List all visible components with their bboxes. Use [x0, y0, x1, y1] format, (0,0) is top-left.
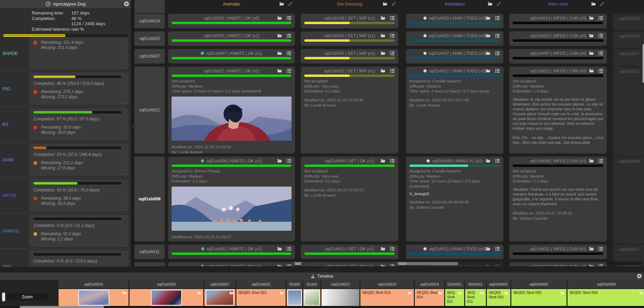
folder-icon[interactable]: [589, 51, 594, 56]
folder-icon[interactable]: [485, 264, 491, 266]
shot-card[interactable]: sq01sh019 | ANIM | TODO (v0): [406, 14, 503, 28]
shot-card[interactable]: sq01sh022 | ANMTC | OK (v1)Not assignedD…: [168, 67, 295, 153]
shot-card[interactable]: sq01sh022 | SET | WIP (v1)Not assignedDi…: [301, 67, 398, 153]
timeline-hscrollbar-thumb[interactable]: [20, 306, 104, 308]
shot-card[interactable]: sq01sh007 | SET | WIP (v1): [301, 49, 398, 63]
department-label[interactable]: BS: [0, 107, 29, 142]
folder-icon[interactable]: [485, 246, 491, 251]
department-label[interactable]: SHADE: [0, 36, 29, 71]
folder-icon[interactable]: [485, 68, 491, 73]
pencil-icon[interactable]: [496, 1, 501, 7]
shot-card[interactable]: sq01sh007 | INFOS | CAN (v0): [509, 49, 607, 63]
row-label-sq01sh012[interactable]: sq01sh012: [134, 262, 165, 266]
row-label-sq01sh020[interactable]: sq01sh020: [134, 31, 165, 46]
folder-icon[interactable]: [277, 33, 282, 38]
shot-card[interactable]: sq01sh019 | SET | WIP (v1): [301, 14, 398, 28]
timeline-shot-cell[interactable]: [204, 289, 235, 306]
list-icon[interactable]: [598, 158, 603, 163]
list-icon[interactable]: [286, 264, 292, 266]
list-icon[interactable]: [598, 264, 603, 266]
timeline-shot-cell[interactable]: [287, 289, 302, 306]
shot-card[interactable]: sq01sh007 | ANMTC | OK (v1): [168, 49, 295, 63]
row-label-sq01sh019[interactable]: sq01sh019: [134, 14, 165, 28]
more-ellipsis[interactable]: ...: [121, 135, 125, 140]
list-icon[interactable]: [390, 264, 395, 266]
timeline-shot-cell[interactable]: SEQ02 Shot 001: [487, 289, 510, 306]
shot-card[interactable]: sq01sh020 | ANIM | TODO (v0): [406, 31, 503, 46]
shot-card[interactable]: sq01sh011 | INFOS | CAN (v0): [509, 245, 607, 259]
more-ellipsis[interactable]: ...: [287, 148, 292, 153]
folder-icon[interactable]: [438, 291, 442, 295]
folder-icon[interactable]: [382, 1, 388, 7]
folder-icon[interactable]: [197, 291, 202, 295]
list-icon[interactable]: [598, 33, 603, 38]
folder-icon[interactable]: [589, 158, 594, 163]
folder-icon[interactable]: [279, 291, 284, 295]
list-icon[interactable]: [286, 33, 292, 38]
folder-icon[interactable]: [589, 33, 594, 38]
list-icon[interactable]: [390, 33, 395, 38]
department-label[interactable]: ANIM: [0, 142, 29, 177]
column-header-set-dressing[interactable]: Set Dressing: [301, 0, 398, 13]
list-icon[interactable]: [495, 68, 500, 73]
department-stats-box[interactable]: Completion: 0 % (0.0 / 51.2 days)Remaini…: [29, 215, 129, 247]
department-stats-box[interactable]: Completion: 50 % (39.5 / 79.0 days)Remai…: [29, 179, 129, 211]
folder-icon[interactable]: [380, 51, 386, 56]
folder-icon[interactable]: [589, 16, 594, 21]
shot-card[interactable]: sq01sh008 | INFOS | CAN (v0)Not assigned…: [509, 157, 607, 241]
list-icon[interactable]: [286, 68, 292, 73]
more-ellipsis[interactable]: ...: [121, 171, 125, 176]
timeline-shot-cell[interactable]: SEQ01 Shot 013: [360, 289, 414, 306]
folder-icon[interactable]: [639, 291, 644, 295]
folder-icon[interactable]: [277, 264, 282, 266]
more-ellipsis[interactable]: ...: [287, 236, 292, 241]
folder-icon[interactable]: [229, 291, 234, 295]
more-ellipsis[interactable]: ...: [121, 206, 125, 211]
zoom-button[interactable]: Zoom: [7, 293, 48, 301]
list-icon[interactable]: [598, 16, 603, 21]
shot-card[interactable]: sq01sh012 | ANIM | NO (v1): [406, 262, 503, 266]
list-icon[interactable]: [598, 68, 603, 73]
department-label[interactable]: RIG: [0, 71, 29, 106]
department-label[interactable]: ANIM2D: [0, 213, 29, 248]
folder-icon[interactable]: [485, 33, 491, 38]
shot-card[interactable]: sq01sh012 | INFOS | CAN (v0): [509, 262, 607, 266]
card-thumbnail[interactable]: [172, 187, 292, 231]
department-stats-box[interactable]: Completion: 0 % (0.0 / 315.0 days)Remain…: [29, 250, 129, 267]
folder-icon[interactable]: [485, 16, 491, 21]
list-icon[interactable]: [286, 246, 292, 251]
shot-card[interactable]: sq01sh020 | ANMTC | OK (v2): [168, 31, 295, 46]
folder-icon[interactable]: [380, 158, 386, 163]
folder-icon[interactable]: [591, 1, 596, 7]
timeline-shot-cell[interactable]: SEQ01 Shot 022: [236, 289, 286, 306]
list-icon[interactable]: [495, 33, 500, 38]
shot-card[interactable]: sq01sh020 | INFOS | CAN (v0): [509, 31, 607, 46]
more-ellipsis[interactable]: ...: [599, 148, 603, 153]
list-icon[interactable]: [495, 158, 500, 163]
folder-icon[interactable]: [380, 264, 386, 266]
shot-card[interactable]: sq01sh019 | ANMTC | OK (v0): [168, 14, 295, 28]
folder-icon[interactable]: [485, 158, 491, 163]
more-ellipsis[interactable]: ...: [121, 64, 125, 69]
list-icon[interactable]: [390, 16, 395, 21]
folder-icon[interactable]: [277, 246, 282, 251]
list-icon[interactable]: [598, 246, 603, 251]
folder-icon[interactable]: [589, 246, 594, 251]
shot-card[interactable]: sq01sh007 | ANIM | TODO (v0): [406, 49, 503, 63]
folder-icon[interactable]: [408, 291, 412, 295]
shot-card[interactable]: sq01sh011 | SET | OK (v1): [301, 245, 398, 259]
folder-icon[interactable]: [279, 1, 284, 7]
folder-icon[interactable]: [277, 68, 282, 73]
list-icon[interactable]: [286, 16, 292, 21]
shot-card[interactable]: sq01sh019 | INFOS | CAN (v0): [509, 14, 607, 28]
column-header-animation[interactable]: Animation: [406, 0, 503, 13]
list-icon[interactable]: [495, 51, 500, 56]
folder-icon[interactable]: [488, 1, 493, 7]
row-label-sq01sh007[interactable]: sq01sh007: [134, 49, 165, 63]
folder-icon[interactable]: [589, 264, 594, 266]
close-icon[interactable]: [124, 1, 129, 7]
row-label-sq01sh008[interactable]: sq01sh008: [134, 157, 165, 241]
folder-icon[interactable]: [277, 158, 282, 163]
list-icon[interactable]: [390, 246, 395, 251]
pencil-icon[interactable]: [391, 1, 396, 7]
